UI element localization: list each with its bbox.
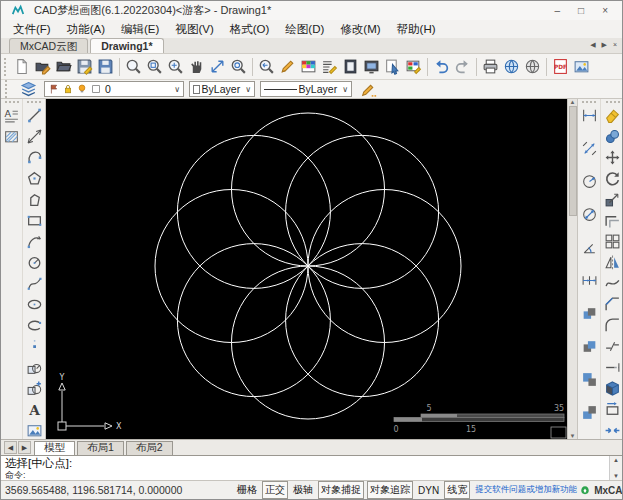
menu-function[interactable]: 功能(A) — [59, 21, 113, 38]
toolbar-drag-handle[interactable] — [4, 58, 9, 76]
explode-icon[interactable] — [603, 378, 623, 398]
drawing-circle[interactable] — [232, 266, 385, 419]
text-edit-icon[interactable] — [320, 56, 340, 78]
select-object-icon[interactable] — [383, 56, 403, 78]
canvas-vertical-scrollbar[interactable]: ▲ ▼ — [567, 99, 577, 439]
zoom-extents-icon[interactable] — [124, 56, 144, 78]
doc-tab-mxcad-cloud[interactable]: MxCAD云图 — [9, 38, 88, 53]
layout-tab-layout1[interactable]: 布局1 — [77, 441, 124, 455]
toolbar-drag-handle[interactable] — [27, 101, 41, 103]
break-icon[interactable] — [603, 336, 623, 356]
open-folder-icon[interactable] — [54, 56, 74, 78]
drawing-circle[interactable] — [155, 190, 308, 343]
edit-spline-icon[interactable] — [603, 273, 623, 293]
zoom-all-icon[interactable] — [166, 56, 186, 78]
save-as-icon[interactable] — [96, 56, 116, 78]
layout-tab-layout2[interactable]: 布局2 — [126, 441, 173, 455]
polyline-icon[interactable] — [24, 147, 44, 167]
properties-drag-handle[interactable] — [5, 80, 10, 98]
menu-modify[interactable]: 修改(M) — [332, 21, 388, 38]
palette-edit-icon[interactable] — [404, 56, 424, 78]
status-toggle-ortho[interactable]: 正交 — [262, 481, 288, 499]
feedback-link[interactable]: 提交软件问题或增加新功能 — [475, 484, 577, 496]
dim-angular-icon[interactable] — [579, 237, 599, 257]
status-toggle-dyn[interactable]: DYN — [416, 484, 441, 497]
lengthen-icon[interactable] — [603, 357, 623, 377]
toolbar-drag-handle[interactable] — [5, 101, 19, 103]
chevron-down-icon[interactable]: ∨ — [339, 85, 348, 94]
insert-image-icon[interactable] — [572, 56, 592, 78]
save-icon[interactable] — [75, 56, 95, 78]
erase-icon[interactable] — [603, 105, 623, 125]
copy-icon[interactable] — [603, 126, 623, 146]
dim-aligned-icon[interactable] — [579, 138, 599, 158]
block-group-3-icon[interactable] — [579, 369, 599, 389]
tab-scroll-left-icon[interactable]: ◀ — [590, 41, 595, 49]
menu-file[interactable]: 文件(F) — [5, 21, 59, 38]
command-line-panel[interactable]: 选择[中心点]: 命令: ▲ ▼ — [1, 455, 622, 480]
tab-close-icon[interactable]: × — [613, 41, 617, 49]
block-group-1-icon[interactable] — [579, 303, 599, 323]
line-icon[interactable] — [24, 105, 44, 125]
layer-manager-icon[interactable] — [17, 80, 39, 98]
construction-line-icon[interactable] — [24, 126, 44, 146]
ellipse-icon[interactable] — [24, 294, 44, 314]
freeform-shape-icon[interactable] — [24, 189, 44, 209]
circle-icon[interactable] — [24, 252, 44, 272]
doc-tab-drawing1[interactable]: Drawing1* — [90, 38, 163, 53]
draw-pencil-icon[interactable] — [278, 56, 298, 78]
redo-icon[interactable] — [453, 56, 473, 78]
dim-continue-icon[interactable] — [579, 270, 599, 290]
pan-icon[interactable] — [187, 56, 207, 78]
menu-view[interactable]: 视图(V) — [167, 21, 221, 38]
display-order-icon[interactable] — [362, 56, 382, 78]
command-scrollbar[interactable]: ▲ ▼ — [609, 456, 622, 480]
status-toggle-lineweight[interactable]: 线宽 — [444, 481, 470, 499]
open-edit-icon[interactable] — [33, 56, 53, 78]
print-icon[interactable] — [481, 56, 501, 78]
fillet-icon[interactable] — [603, 315, 623, 335]
canvas-svg[interactable]: Y X 5 35 0 15 — [46, 99, 567, 441]
zoom-window-icon[interactable] — [145, 56, 165, 78]
web-share-icon[interactable] — [523, 56, 543, 78]
publish-web-icon[interactable] — [502, 56, 522, 78]
layout-scroll-left-icon[interactable]: ◀ — [4, 441, 17, 454]
chamfer-icon[interactable] — [603, 294, 623, 314]
chevron-down-icon[interactable]: ∨ — [171, 85, 180, 94]
toolbar-drag-handle[interactable] — [606, 101, 620, 103]
toolbar-drag-handle[interactable] — [582, 101, 596, 103]
new-file-icon[interactable] — [12, 56, 32, 78]
block-group-2-icon[interactable] — [579, 336, 599, 356]
zoom-previous-icon[interactable] — [257, 56, 277, 78]
rotate-icon[interactable] — [603, 168, 623, 188]
tab-scroll-right-icon[interactable]: ▶ — [602, 41, 607, 49]
scroll-up-icon[interactable]: ▲ — [613, 457, 619, 463]
dim-diameter-icon[interactable] — [579, 204, 599, 224]
scale-icon[interactable] — [603, 189, 623, 209]
move-icon[interactable] — [603, 147, 623, 167]
zoom-dynamic-icon[interactable] — [208, 56, 228, 78]
text-icon[interactable]: A — [24, 399, 44, 419]
match-properties-icon[interactable] — [357, 80, 379, 98]
edit-polyline-icon[interactable] — [603, 399, 623, 419]
spline-icon[interactable] — [24, 273, 44, 293]
window-close-button[interactable]: × — [602, 6, 608, 16]
color-combobox[interactable]: ByLayer ∨ — [189, 81, 255, 97]
menu-format[interactable]: 格式(O) — [222, 21, 278, 38]
join-icon[interactable] — [603, 420, 623, 440]
scrollbar-thumb[interactable] — [569, 106, 577, 216]
status-toggle-osnap[interactable]: 对象捕捉 — [318, 481, 364, 499]
chevron-down-icon[interactable]: ∨ — [242, 85, 251, 94]
arc-icon[interactable] — [24, 231, 44, 251]
scroll-down-icon[interactable]: ▼ — [613, 473, 619, 479]
zoom-object-icon[interactable] — [229, 56, 249, 78]
array-icon[interactable] — [603, 231, 623, 251]
hatch-icon[interactable] — [2, 126, 22, 146]
mtext-icon[interactable]: A — [2, 105, 22, 125]
status-toggle-otrack[interactable]: 对象追踪 — [367, 481, 413, 499]
ellipse-arc-icon[interactable] — [24, 315, 44, 335]
insert-block-icon[interactable] — [24, 357, 44, 377]
layout-scroll-right-icon[interactable]: ▶ — [18, 441, 31, 454]
command-prompt[interactable]: 命令: — [5, 470, 606, 480]
raster-image-icon[interactable] — [24, 420, 44, 440]
